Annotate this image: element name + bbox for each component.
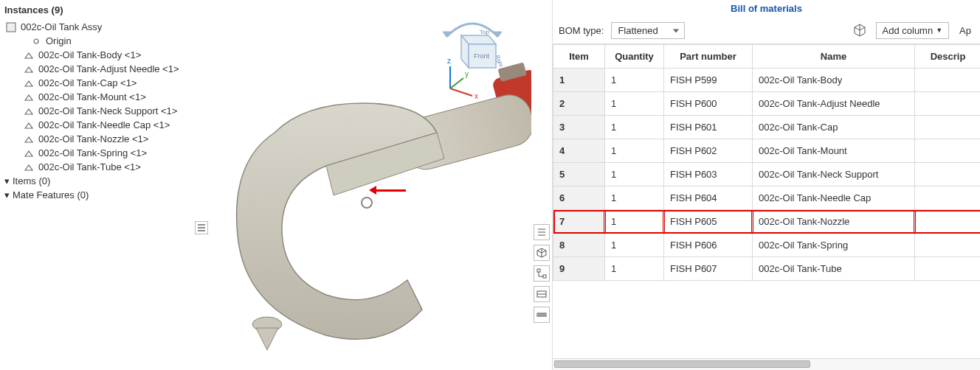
- cell-desc[interactable]: [915, 139, 981, 163]
- cell-pn[interactable]: FISH P607: [664, 257, 753, 281]
- cell-item[interactable]: 9: [553, 257, 605, 281]
- tree-part[interactable]: 002c-Oil Tank-Neck Support <1>: [3, 104, 205, 118]
- cell-name[interactable]: 002c-Oil Tank-Spring: [753, 234, 915, 257]
- bom-title: Bill of materials: [553, 0, 980, 17]
- apply-button[interactable]: Ap: [956, 23, 974, 38]
- tree-part[interactable]: 002c-Oil Tank-Nozzle <1>: [3, 132, 205, 146]
- tree-part[interactable]: 002c-Oil Tank-Tube <1>: [3, 160, 205, 174]
- svg-rect-0: [7, 23, 15, 32]
- cell-pn[interactable]: FISH P599: [664, 69, 753, 92]
- col-item[interactable]: Item: [553, 45, 605, 69]
- cell-desc[interactable]: [915, 234, 981, 257]
- cell-name[interactable]: 002c-Oil Tank-Body: [753, 69, 915, 92]
- 3d-viewport[interactable]: Top Front Right z x y: [208, 0, 531, 370]
- cell-qty[interactable]: 1: [605, 163, 664, 186]
- cell-item[interactable]: 6: [553, 186, 605, 210]
- col-description[interactable]: Descrip: [915, 45, 981, 69]
- tree-root-assembly[interactable]: 002c-Oil Tank Assy: [3, 20, 205, 34]
- mate-features-section[interactable]: ▾ Mate Features (0): [3, 188, 205, 202]
- cell-desc[interactable]: [915, 210, 981, 234]
- cell-item[interactable]: 7: [553, 210, 605, 234]
- isometric-button[interactable]: [534, 245, 550, 261]
- cell-desc[interactable]: [915, 69, 981, 92]
- tree-part[interactable]: 002c-Oil Tank-Needle Cap <1>: [3, 118, 205, 132]
- bom-table-scroll[interactable]: Item Quantity Part number Name Descrip 1…: [553, 44, 980, 358]
- cell-desc[interactable]: [915, 257, 981, 281]
- cell-item[interactable]: 4: [553, 139, 605, 163]
- instances-label: Instances: [4, 4, 49, 15]
- apply-label: Ap: [959, 25, 971, 36]
- table-row[interactable]: 61FISH P604002c-Oil Tank-Needle Cap: [553, 186, 981, 210]
- toggle-panel-button[interactable]: [195, 221, 208, 234]
- cell-desc[interactable]: [915, 92, 981, 116]
- cell-pn[interactable]: FISH P605: [664, 210, 753, 234]
- cell-item[interactable]: 2: [553, 92, 605, 116]
- cell-pn[interactable]: FISH P601: [664, 116, 753, 139]
- cell-qty[interactable]: 1: [605, 186, 664, 210]
- bom-refresh-button[interactable]: [851, 21, 869, 39]
- cell-pn[interactable]: FISH P602: [664, 139, 753, 163]
- cell-desc[interactable]: [915, 186, 981, 210]
- cell-pn[interactable]: FISH P603: [664, 163, 753, 186]
- scrollbar-thumb[interactable]: [554, 360, 810, 368]
- instances-header: Instances (9): [4, 4, 204, 15]
- cell-qty[interactable]: 1: [605, 92, 664, 116]
- cell-item[interactable]: 1: [553, 69, 605, 92]
- cell-pn[interactable]: FISH P604: [664, 186, 753, 210]
- cell-item[interactable]: 3: [553, 116, 605, 139]
- bom-type-select[interactable]: Flattened: [611, 22, 685, 39]
- cell-name[interactable]: 002c-Oil Tank-Nozzle: [753, 210, 915, 234]
- add-column-button[interactable]: Add column ▼: [876, 22, 950, 39]
- cell-pn[interactable]: FISH P606: [664, 234, 753, 257]
- cell-qty[interactable]: 1: [605, 116, 664, 139]
- tree-part-label: 002c-Oil Tank-Tube <1>: [38, 161, 141, 172]
- bom-header-row: Item Quantity Part number Name Descrip: [553, 45, 981, 69]
- cell-name[interactable]: 002c-Oil Tank-Cap: [753, 116, 915, 139]
- col-quantity[interactable]: Quantity: [605, 45, 664, 69]
- table-row[interactable]: 81FISH P606002c-Oil Tank-Spring: [553, 234, 981, 257]
- section-button[interactable]: [534, 286, 550, 302]
- cell-desc[interactable]: [915, 163, 981, 186]
- tree-part[interactable]: 002c-Oil Tank-Spring <1>: [3, 146, 205, 160]
- bom-horizontal-scrollbar[interactable]: [553, 358, 980, 370]
- table-row[interactable]: 71FISH P605002c-Oil Tank-Nozzle: [553, 210, 981, 234]
- tree-origin[interactable]: Origin: [3, 34, 205, 48]
- cell-qty[interactable]: 1: [605, 210, 664, 234]
- cell-name[interactable]: 002c-Oil Tank-Tube: [753, 257, 915, 281]
- tree-view-button[interactable]: [534, 265, 550, 282]
- table-row[interactable]: 41FISH P602002c-Oil Tank-Mount: [553, 139, 981, 163]
- measure-button[interactable]: [534, 307, 550, 323]
- tree-icon: [536, 268, 547, 279]
- table-row[interactable]: 11FISH P599002c-Oil Tank-Body: [553, 69, 981, 92]
- cell-item[interactable]: 8: [553, 234, 605, 257]
- cell-item[interactable]: 5: [553, 163, 605, 186]
- tree-root-label: 002c-Oil Tank Assy: [21, 21, 102, 32]
- table-row[interactable]: 91FISH P607002c-Oil Tank-Tube: [553, 257, 981, 281]
- part-icon: [24, 106, 34, 116]
- col-name[interactable]: Name: [753, 45, 915, 69]
- col-part-number[interactable]: Part number: [664, 45, 753, 69]
- table-row[interactable]: 31FISH P601002c-Oil Tank-Cap: [553, 116, 981, 139]
- cell-name[interactable]: 002c-Oil Tank-Adjust Needle: [753, 92, 915, 116]
- part-icon: [24, 162, 34, 172]
- tree-part[interactable]: 002c-Oil Tank-Body <1>: [3, 48, 205, 62]
- cell-name[interactable]: 002c-Oil Tank-Mount: [753, 139, 915, 163]
- tree-part-label: 002c-Oil Tank-Body <1>: [38, 49, 141, 60]
- cell-name[interactable]: 002c-Oil Tank-Needle Cap: [753, 186, 915, 210]
- table-row[interactable]: 51FISH P603002c-Oil Tank-Neck Support: [553, 163, 981, 186]
- cell-name[interactable]: 002c-Oil Tank-Neck Support: [753, 163, 915, 186]
- instances-count: 9: [55, 4, 60, 15]
- table-row[interactable]: 21FISH P600002c-Oil Tank-Adjust Needle: [553, 92, 981, 116]
- tree-part[interactable]: 002c-Oil Tank-Cap <1>: [3, 76, 205, 90]
- cell-qty[interactable]: 1: [605, 234, 664, 257]
- cell-qty[interactable]: 1: [605, 139, 664, 163]
- bom-list-button[interactable]: [534, 224, 550, 240]
- cell-qty[interactable]: 1: [605, 257, 664, 281]
- cell-desc[interactable]: [915, 116, 981, 139]
- tree-part[interactable]: 002c-Oil Tank-Adjust Needle <1>: [3, 62, 205, 76]
- items-section[interactable]: ▾ Items (0): [3, 174, 205, 188]
- cell-pn[interactable]: FISH P600: [664, 92, 753, 116]
- svg-rect-16: [543, 275, 546, 278]
- cell-qty[interactable]: 1: [605, 69, 664, 92]
- tree-part[interactable]: 002c-Oil Tank-Mount <1>: [3, 90, 205, 104]
